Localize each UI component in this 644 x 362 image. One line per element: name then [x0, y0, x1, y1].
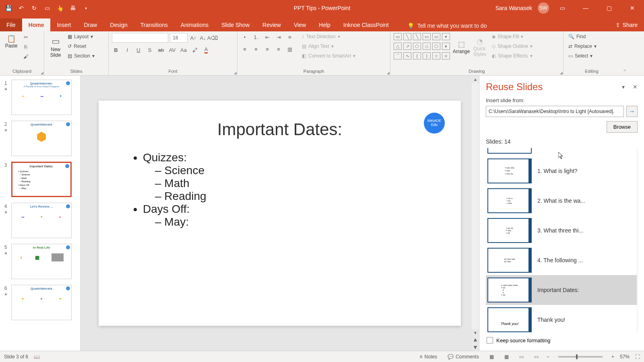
tab-slideshow[interactable]: Slide Show	[215, 19, 256, 31]
reuse-item-4[interactable]: xx xxx xxxxx xxx 4. The following ...	[486, 245, 638, 275]
reset-button[interactable]: ↺ Reset	[66, 43, 96, 50]
case-icon[interactable]: Aa	[180, 46, 188, 54]
reuse-item-3[interactable]: • xx xx• xxx• xx 3. What three thi...	[486, 216, 638, 245]
tab-review[interactable]: Review	[256, 19, 287, 31]
slide-thumb-5[interactable]: 5★ In Real Life🍦■	[2, 243, 78, 280]
tab-classpoint[interactable]: Inknoe ClassPoint	[337, 19, 395, 31]
fontcolor-icon[interactable]: A	[202, 46, 210, 54]
tab-design[interactable]: Design	[103, 19, 134, 31]
undo-icon[interactable]: ↶	[18, 4, 25, 12]
share-button[interactable]: ⇪ Share	[609, 19, 644, 31]
inc-indent-icon[interactable]: ⇥	[275, 33, 283, 41]
drawing-dialog-launcher[interactable]: ◢	[560, 71, 563, 75]
zoom-level[interactable]: 57%	[620, 354, 630, 360]
cut-icon[interactable]: ✂	[22, 33, 30, 41]
save-icon[interactable]: 💾	[5, 4, 12, 12]
increase-font-icon[interactable]: A↑	[189, 34, 197, 42]
zoom-in-button[interactable]: +	[611, 354, 614, 360]
touchmode-icon[interactable]: 👆	[56, 4, 64, 12]
textdirection-button[interactable]: ↕ Text Direction ▾	[300, 33, 357, 40]
clipboard-dialog-launcher[interactable]: ◢	[41, 71, 43, 75]
tab-insert[interactable]: Insert	[50, 19, 77, 31]
keep-formatting-checkbox[interactable]	[487, 337, 493, 343]
layout-button[interactable]: ▦ Layout ▾	[66, 33, 96, 40]
highlight-icon[interactable]: 🖍	[191, 46, 199, 54]
shapeoutline-button[interactable]: ◇ Shape Outline ▾	[490, 43, 534, 50]
shapes-gallery[interactable]: ▭╲╲▭▭▾ △↗⬠◇⬠▾ ⌒∿{}☆≡	[394, 33, 451, 61]
justify-icon[interactable]: ≡	[275, 45, 283, 53]
prev-slide-icon[interactable]: ⯅	[472, 336, 479, 343]
tab-help[interactable]: Help	[312, 19, 337, 31]
browse-button[interactable]: Browse	[607, 121, 638, 133]
user-avatar[interactable]: SW	[538, 2, 549, 14]
arrange-button[interactable]: ⬚ Arrange	[453, 33, 469, 61]
comments-button[interactable]: 💬 Comments	[445, 353, 481, 360]
startfromfirst-icon[interactable]: ▭	[43, 4, 51, 12]
slideshow-view-icon[interactable]: ▭	[532, 353, 541, 360]
reuse-item-1[interactable]: • xxx xxx• xxx• xxx xx 1. What is light?	[486, 156, 638, 186]
tab-transitions[interactable]: Transitions	[134, 19, 174, 31]
slide-thumb-2[interactable]: 2★ Quadrilaterals⬢	[2, 120, 78, 157]
slide-body-text[interactable]: Quizzes: Science Math Reading Days Off: …	[127, 151, 433, 228]
align-center-icon[interactable]: ≡	[252, 45, 260, 53]
spacing-icon[interactable]: AV	[168, 46, 176, 54]
scroll-down-icon[interactable]: ▼	[472, 329, 479, 336]
reading-view-icon[interactable]: ▭	[517, 353, 526, 360]
maximize-button[interactable]: ▢	[599, 0, 619, 16]
slide-counter[interactable]: Slide 3 of 6	[4, 354, 28, 360]
zoom-out-button[interactable]: −	[547, 354, 549, 360]
new-slide-button[interactable]: ▭ New Slide	[47, 33, 64, 61]
user-name[interactable]: Sara Wanasek	[495, 5, 532, 11]
qat-more-icon[interactable]: ▾	[82, 4, 89, 12]
aligntext-button[interactable]: ▤ Align Text ▾	[300, 43, 357, 50]
zoom-slider[interactable]	[558, 356, 603, 358]
shapefill-button[interactable]: ◆ Shape Fill ▾	[490, 33, 534, 40]
align-left-icon[interactable]: ≡	[241, 45, 249, 53]
slide-thumb-1[interactable]: 1★ Quadrilaterals:A Parade of Four-Sided…	[2, 79, 78, 116]
clear-format-icon[interactable]: A⌫	[208, 34, 217, 42]
bold-icon[interactable]: B	[112, 46, 120, 54]
slide-thumb-3[interactable]: 3 Important Dates:• Quizzes: – Science –…	[2, 161, 78, 198]
find-button[interactable]: 🔍 Find	[567, 33, 598, 40]
underline-icon[interactable]: U	[134, 46, 142, 54]
align-right-icon[interactable]: ≡	[263, 45, 271, 53]
formatpainter-icon[interactable]: 🖌	[22, 52, 30, 60]
notes-button[interactable]: ≡ Notes	[417, 353, 440, 360]
close-button[interactable]: ✕	[622, 0, 642, 16]
linespacing-icon[interactable]: ≡	[286, 33, 294, 41]
bullets-icon[interactable]: •	[241, 33, 249, 41]
reuse-path-input[interactable]	[486, 106, 624, 117]
tab-draw[interactable]: Draw	[77, 19, 103, 31]
paste-button[interactable]: 📋 Paste	[3, 33, 19, 50]
fit-to-window-icon[interactable]: ⛶	[635, 354, 640, 360]
copy-icon[interactable]: ⎘	[22, 43, 30, 51]
slide-title-text[interactable]: Important Dates:	[127, 120, 433, 139]
shapeeffects-button[interactable]: ◐ Shape Effects ▾	[490, 52, 534, 60]
sorter-view-icon[interactable]: ▦	[502, 353, 511, 360]
pane-menu-icon[interactable]: ▾	[622, 84, 625, 90]
reuse-item-2[interactable]: • xx x• xx• xxx 2. What is the wa...	[486, 186, 638, 216]
tab-home[interactable]: Home	[22, 19, 51, 31]
strike-icon[interactable]: ab	[157, 46, 165, 54]
reuse-go-button[interactable]: →	[626, 106, 638, 117]
replace-button[interactable]: ⇄ Replace ▾	[567, 43, 598, 50]
paragraph-dialog-launcher[interactable]: ◢	[387, 71, 390, 75]
slide-thumbnail-panel[interactable]: 1★ Quadrilaterals:A Parade of Four-Sided…	[0, 76, 80, 351]
select-button[interactable]: ▭ Select ▾	[567, 52, 598, 60]
slide-thumb-4[interactable]: 4★ Let's Review ...▬■▲	[2, 202, 78, 239]
quickstyles-button[interactable]: ◔ Quick Styles	[472, 33, 488, 61]
tab-view[interactable]: View	[287, 19, 312, 31]
quickprint-icon[interactable]: 🖶	[69, 4, 76, 12]
redo-icon[interactable]: ↻	[31, 4, 38, 12]
tab-animations[interactable]: Animations	[174, 19, 215, 31]
scroll-up-icon[interactable]: ▲	[472, 76, 479, 83]
next-slide-icon[interactable]: ⯆	[472, 343, 479, 351]
slide-canvas[interactable]: INKИOE Edu Important Dates: Quizzes: Sci…	[99, 101, 461, 326]
slide-thumb-6[interactable]: 6★ Quadrilaterals■■■	[2, 284, 78, 321]
minimize-button[interactable]: —	[576, 0, 596, 16]
italic-icon[interactable]: I	[123, 46, 131, 54]
shadow-icon[interactable]: S	[146, 46, 154, 54]
ribbon-display-icon[interactable]: ▭	[552, 0, 572, 16]
pane-close-icon[interactable]: ✕	[633, 84, 638, 90]
spellcheck-icon[interactable]: 📖	[34, 354, 40, 360]
